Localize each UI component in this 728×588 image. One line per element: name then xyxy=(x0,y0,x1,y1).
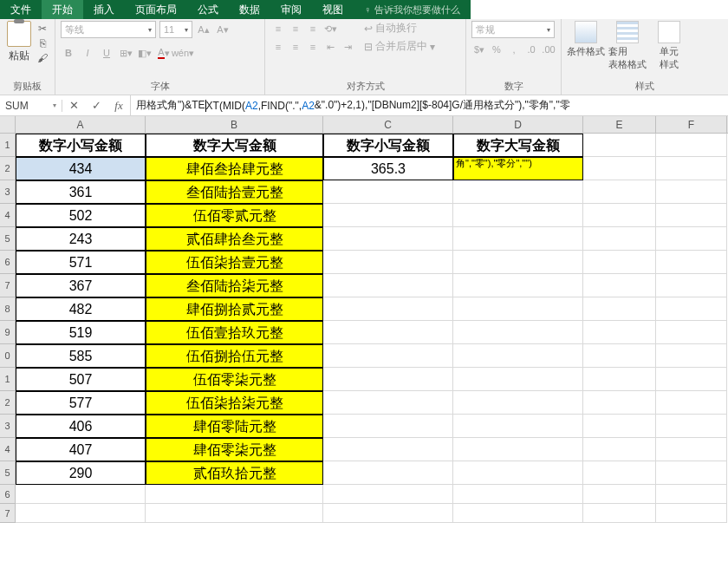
cell[interactable] xyxy=(583,344,656,368)
row-header[interactable]: 1 xyxy=(0,368,16,391)
merge-button[interactable]: ⊟合并后居中 ▾ xyxy=(364,39,435,54)
row-header[interactable]: 8 xyxy=(0,297,16,321)
paste-button[interactable]: 粘贴 xyxy=(5,21,32,63)
cell[interactable] xyxy=(323,251,453,274)
wrap-text-button[interactable]: ↩自动换行 xyxy=(364,21,435,36)
table-format-button[interactable]: 套用 表格格式 xyxy=(608,21,647,71)
cell[interactable]: 365.3 xyxy=(323,157,453,180)
cell[interactable] xyxy=(453,321,583,344)
cell[interactable] xyxy=(583,180,656,204)
cell[interactable] xyxy=(583,134,656,157)
cell[interactable] xyxy=(583,438,656,461)
border-button[interactable]: ⊞▾ xyxy=(118,45,133,61)
tab-tellme[interactable]: ♀告诉我你想要做什么 xyxy=(354,0,471,19)
row-header[interactable]: 9 xyxy=(0,321,16,344)
cell[interactable] xyxy=(453,485,583,504)
indent-dec-icon[interactable]: ⇤ xyxy=(322,39,338,55)
row-header[interactable]: 5 xyxy=(0,227,16,251)
cell[interactable] xyxy=(656,368,727,391)
cell[interactable]: 伍佰零贰元整 xyxy=(146,204,323,227)
cell[interactable] xyxy=(656,344,727,368)
cell[interactable] xyxy=(656,391,727,415)
row-header[interactable]: 6 xyxy=(0,251,16,274)
cell[interactable] xyxy=(323,438,453,461)
col-header-b[interactable]: B xyxy=(146,116,323,133)
cell[interactable] xyxy=(453,180,583,204)
cell[interactable]: 585 xyxy=(16,344,146,368)
formula-input[interactable]: 用格式角")&TEXT(MID(A2,FIND(".",A2&".0")+2,1… xyxy=(131,98,728,113)
italic-button[interactable]: I xyxy=(80,45,95,61)
font-size-combo[interactable]: 11▾ xyxy=(159,21,192,38)
cell[interactable] xyxy=(323,274,453,297)
row-header[interactable]: 6 xyxy=(0,485,16,504)
cell[interactable] xyxy=(453,504,583,523)
cell[interactable]: 伍佰壹拾玖元整 xyxy=(146,321,323,344)
cell[interactable] xyxy=(656,438,727,461)
cell[interactable] xyxy=(453,368,583,391)
row-header[interactable]: 4 xyxy=(0,204,16,227)
cell[interactable]: 数字大写金额 xyxy=(146,134,323,157)
cell[interactable]: 571 xyxy=(16,251,146,274)
cell[interactable]: 伍佰柒拾柒元整 xyxy=(146,391,323,415)
cell[interactable] xyxy=(16,485,146,504)
row-header[interactable]: 4 xyxy=(0,438,16,461)
cell[interactable] xyxy=(583,227,656,251)
tab-formulas[interactable]: 公式 xyxy=(187,0,229,19)
tab-insert[interactable]: 插入 xyxy=(83,0,125,19)
cell[interactable] xyxy=(323,485,453,504)
cell[interactable] xyxy=(453,438,583,461)
spreadsheet-grid[interactable]: A B C D E F 1 数字小写金额 数字大写金额 数字小写金额 数字大写金… xyxy=(0,116,728,523)
cell[interactable] xyxy=(656,461,727,485)
cell[interactable] xyxy=(583,321,656,344)
cell[interactable]: 伍佰捌拾伍元整 xyxy=(146,344,323,368)
cell[interactable] xyxy=(323,344,453,368)
col-header-d[interactable]: D xyxy=(453,116,583,133)
align-right-icon[interactable]: ≡ xyxy=(305,39,321,55)
cell[interactable] xyxy=(656,415,727,438)
tab-file[interactable]: 文件 xyxy=(0,0,42,19)
row-header[interactable]: 5 xyxy=(0,461,16,485)
cell[interactable]: 叁佰陆拾柒元整 xyxy=(146,274,323,297)
cell[interactable] xyxy=(453,274,583,297)
cell[interactable]: 叁佰陆拾壹元整 xyxy=(146,180,323,204)
row-header[interactable]: 3 xyxy=(0,180,16,204)
cell[interactable] xyxy=(583,461,656,485)
cell[interactable]: 贰佰玖拾元整 xyxy=(146,461,323,485)
col-header-a[interactable]: A xyxy=(16,116,146,133)
cell[interactable] xyxy=(656,485,727,504)
cell[interactable]: 361 xyxy=(16,180,146,204)
cell[interactable] xyxy=(453,227,583,251)
conditional-format-button[interactable]: 条件格式 xyxy=(567,21,605,58)
tab-view[interactable]: 视图 xyxy=(312,0,354,19)
cell[interactable] xyxy=(656,180,727,204)
col-header-e[interactable]: E xyxy=(583,116,656,133)
row-header[interactable]: 1 xyxy=(0,134,16,157)
tab-data[interactable]: 数据 xyxy=(229,0,270,19)
cell[interactable] xyxy=(583,274,656,297)
grow-font-icon[interactable]: A▴ xyxy=(196,22,211,37)
cell[interactable] xyxy=(323,391,453,415)
cell[interactable] xyxy=(16,504,146,523)
cell[interactable] xyxy=(453,391,583,415)
cell[interactable] xyxy=(583,297,656,321)
cell[interactable] xyxy=(323,368,453,391)
cell[interactable] xyxy=(583,504,656,523)
font-color-button[interactable]: A▾ xyxy=(156,45,172,61)
number-format-combo[interactable]: 常规▾ xyxy=(471,21,555,38)
row-header[interactable]: 0 xyxy=(0,344,16,368)
cell[interactable]: 519 xyxy=(16,321,146,344)
cell[interactable]: 367 xyxy=(16,274,146,297)
name-box[interactable]: SUM▾ xyxy=(0,100,62,112)
cell[interactable]: 507 xyxy=(16,368,146,391)
cell[interactable]: 577 xyxy=(16,391,146,415)
indent-inc-icon[interactable]: ⇥ xyxy=(340,39,355,55)
underline-button[interactable]: U xyxy=(99,45,114,61)
row-header[interactable]: 2 xyxy=(0,391,16,415)
font-name-combo[interactable]: 等线▾ xyxy=(61,21,156,38)
cell[interactable] xyxy=(323,180,453,204)
cell[interactable] xyxy=(583,368,656,391)
cell[interactable] xyxy=(583,157,656,180)
phonetic-button[interactable]: wén▾ xyxy=(175,45,191,61)
cut-icon[interactable]: ✂ xyxy=(36,23,49,35)
cell[interactable]: 数字大写金额 xyxy=(453,134,583,157)
